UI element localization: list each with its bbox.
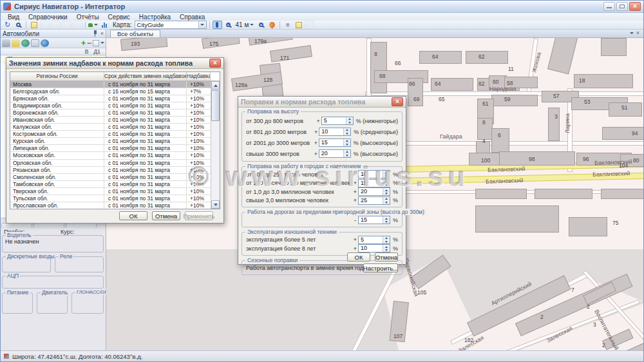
- spinner-buttons[interactable]: [343, 128, 350, 135]
- spinner-buttons[interactable]: [383, 180, 390, 187]
- table-row[interactable]: Брянская обл.с 01 ноября по 31 марта+10%: [10, 95, 211, 102]
- tab-all-objects[interactable]: Все объекты: [110, 30, 160, 37]
- spinner-buttons[interactable]: [383, 245, 390, 252]
- list-icon[interactable]: ≡: [283, 21, 292, 29]
- spinner-buttons[interactable]: [383, 197, 390, 204]
- table-row[interactable]: Ярославская обл.с 01 ноября по 31 марта+…: [10, 202, 211, 209]
- panel-tab[interactable]: [33, 223, 64, 228]
- spin-input[interactable]: 15: [358, 216, 390, 224]
- dialog-title-bar[interactable]: Значения зимних надбавок к нормам расход…: [6, 58, 223, 69]
- maximize-button[interactable]: [616, 2, 628, 11]
- zoom-out-icon[interactable]: [256, 21, 266, 29]
- column-header[interactable]: Регионы России: [10, 72, 104, 81]
- scroll-thumb[interactable]: [211, 90, 220, 121]
- spinner-buttons[interactable]: [383, 236, 390, 243]
- spinner-buttons[interactable]: [383, 188, 390, 195]
- table-row[interactable]: Тверская обл.с 01 ноября по 31 марта+10%: [10, 188, 211, 195]
- spin-down-icon[interactable]: [383, 192, 390, 196]
- menu-item-6[interactable]: Справка: [175, 14, 209, 21]
- edit-note-icon[interactable]: [29, 21, 39, 29]
- table-row[interactable]: Воронежская обл.с 01 ноября по 31 марта+…: [10, 110, 211, 117]
- scroll-down-icon[interactable]: [211, 200, 220, 209]
- minimize-button[interactable]: [603, 2, 615, 11]
- dialog-close-icon[interactable]: ×: [392, 97, 403, 106]
- pin-icon[interactable]: [93, 30, 98, 37]
- spin-input[interactable]: 25: [358, 196, 390, 205]
- spinner-buttons[interactable]: [383, 216, 390, 224]
- spin-input[interactable]: 5: [358, 236, 390, 244]
- spinner-buttons[interactable]: [383, 171, 390, 178]
- chevron-down-icon[interactable]: [630, 32, 634, 34]
- table-row[interactable]: Ивановская обл.с 01 ноября по 31 марта+1…: [10, 117, 211, 124]
- spin-down-icon[interactable]: [346, 121, 353, 125]
- spin-input[interactable]: 20: [319, 149, 351, 158]
- spin-down-icon[interactable]: [383, 249, 390, 252]
- menu-item-1[interactable]: Вид: [3, 14, 24, 21]
- scroll-up-icon[interactable]: [211, 81, 220, 90]
- spin-down-icon[interactable]: [344, 132, 350, 136]
- map-select[interactable]: CityGuide: [135, 21, 207, 29]
- table-row[interactable]: Рязанская обл.с 01 ноября по 31 марта+10…: [10, 167, 211, 174]
- table-row[interactable]: Тамбовская обл.с 01 ноября по 31 марта+1…: [10, 181, 211, 188]
- table-row[interactable]: Орловская обл.с 01 ноября по 31 марта+10…: [10, 160, 211, 167]
- spin-down-icon[interactable]: [383, 183, 390, 187]
- panel-close-icon[interactable]: ×: [100, 30, 104, 37]
- card-icon[interactable]: [31, 39, 39, 47]
- spin-down-icon[interactable]: [383, 240, 390, 243]
- spinner-buttons[interactable]: [346, 117, 353, 124]
- cancel-button[interactable]: Отмена: [152, 211, 180, 220]
- table-row[interactable]: Липецкая обл.с 01 ноября по 31 марта+10%: [10, 145, 211, 152]
- table-row[interactable]: Тульская обл.с 01 ноября по 31 марта+10%: [10, 195, 211, 202]
- panel-tab[interactable]: [1, 223, 32, 228]
- sort-icon[interactable]: [2, 39, 10, 47]
- column-header[interactable]: Надбавка: [187, 72, 211, 81]
- configure-button[interactable]: Настроить...: [363, 263, 398, 272]
- spin-down-icon[interactable]: [383, 220, 390, 224]
- locate-icon[interactable]: [267, 21, 277, 29]
- table-row[interactable]: Костромская обл.с 01 ноября по 31 марта+…: [10, 131, 211, 138]
- table-row[interactable]: Смоленская обл.с 01 ноября по 31 марта+1…: [10, 174, 211, 181]
- spin-input[interactable]: 10: [319, 128, 351, 136]
- track-icon[interactable]: [41, 39, 49, 47]
- edit-icon[interactable]: [294, 21, 303, 29]
- ok-button[interactable]: ОК: [119, 211, 147, 220]
- spin-down-icon[interactable]: [383, 175, 390, 178]
- zoom-level-select[interactable]: 41 м: [234, 21, 256, 28]
- menu-item-4[interactable]: Сервис: [104, 14, 135, 21]
- spin-down-icon[interactable]: [344, 154, 350, 158]
- view-mode-dropdown[interactable]: [93, 40, 104, 46]
- column-header[interactable]: Срок действия зимних надбавок: [104, 72, 187, 81]
- spin-input[interactable]: 5: [321, 117, 354, 125]
- table-row[interactable]: Московская обл.с 01 ноября по 31 марта+1…: [10, 152, 211, 159]
- table-row[interactable]: Калужская обл.с 01 ноября по 31 марта+10…: [10, 124, 211, 131]
- scrollbar[interactable]: [211, 81, 220, 209]
- dialog-title-bar[interactable]: Поправки к нормам расхода топлива ×: [238, 97, 406, 108]
- vehicle-menu-icon[interactable]: [88, 21, 98, 29]
- table-row[interactable]: Владимирская обл.с 01 ноября по 31 марта…: [10, 102, 211, 110]
- globe-icon[interactable]: [21, 39, 30, 47]
- ok-button[interactable]: ОК: [347, 252, 370, 262]
- spin-input[interactable]: 20: [358, 187, 390, 196]
- table-row[interactable]: Курская обл.с 01 ноября по 31 марта+10%: [10, 138, 211, 145]
- add-vehicle-button[interactable]: +: [81, 39, 86, 47]
- marker-toggle-icon[interactable]: [213, 21, 222, 29]
- spin-input[interactable]: 10: [358, 170, 390, 178]
- menu-item-3[interactable]: Отчёты: [72, 14, 104, 21]
- menu-item-5[interactable]: Настройка: [135, 14, 175, 21]
- spinner-buttons[interactable]: [343, 150, 350, 157]
- spin-input[interactable]: 15: [319, 138, 351, 147]
- zoom-in-icon[interactable]: [223, 21, 233, 29]
- tab-close-icon[interactable]: ×: [636, 30, 639, 36]
- cancel-button[interactable]: Отмена: [375, 252, 398, 262]
- combo-arrow[interactable]: [198, 21, 206, 28]
- spin-input[interactable]: 15: [358, 179, 390, 187]
- table-row[interactable]: Белгородская обл.с 15 ноября по 15 марта…: [10, 88, 211, 95]
- close-button[interactable]: ×: [629, 2, 641, 11]
- spin-down-icon[interactable]: [344, 143, 350, 147]
- remove-vehicle-button[interactable]: −: [87, 39, 91, 47]
- dialog-close-icon[interactable]: ×: [209, 59, 221, 68]
- refresh-icon[interactable]: ↻: [3, 21, 12, 29]
- table-row[interactable]: Москвас 01 ноября по 31 марта+10%: [10, 81, 211, 88]
- spin-input[interactable]: 10: [358, 244, 390, 252]
- spinner-buttons[interactable]: [343, 139, 350, 146]
